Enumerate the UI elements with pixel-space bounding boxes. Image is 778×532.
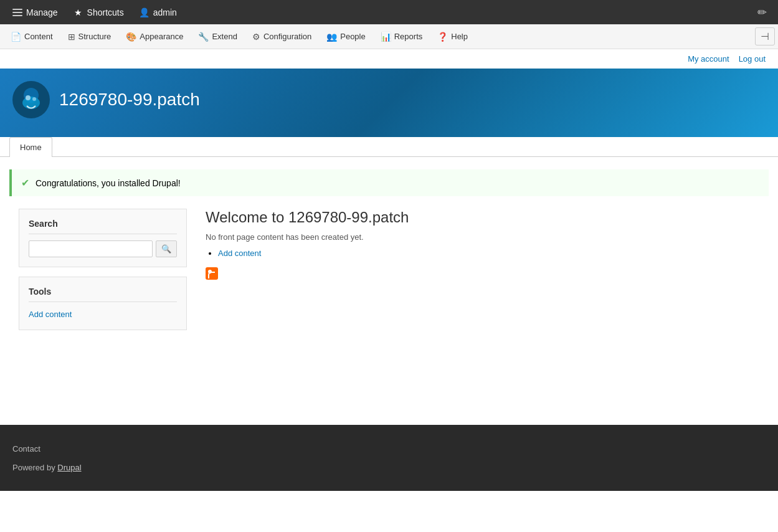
edit-shortcut-button[interactable]: ✏ <box>752 3 772 22</box>
nav-extend[interactable]: 🔧 Extend <box>191 27 244 47</box>
rss-icon[interactable] <box>206 267 218 280</box>
nav-reports[interactable]: 📊 Reports <box>373 27 430 47</box>
footer: Contact Powered by Drupal <box>0 425 778 491</box>
search-icon: 🔍 <box>161 244 171 254</box>
manage-label: Manage <box>26 7 58 17</box>
nav-people-label: People <box>340 32 365 41</box>
drupal-link[interactable]: Drupal <box>57 463 81 472</box>
structure-icon: ⊞ <box>68 32 75 42</box>
shortcuts-label: Shortcuts <box>87 7 124 17</box>
search-input[interactable] <box>29 240 153 257</box>
check-icon: ✔ <box>21 177 29 189</box>
sidebar-add-content-link[interactable]: Add content <box>29 308 177 320</box>
hamburger-icon <box>12 9 22 16</box>
search-button[interactable]: 🔍 <box>156 240 177 257</box>
search-block: Search 🔍 <box>19 209 187 267</box>
success-message: ✔ Congratulations, you installed Drupal! <box>9 169 769 196</box>
list-item: Add content <box>218 248 759 258</box>
nav-people[interactable]: 👥 People <box>319 27 372 47</box>
footer-powered-by: Powered by Drupal <box>12 463 766 472</box>
tools-block-title: Tools <box>29 287 177 302</box>
svg-point-2 <box>26 95 31 100</box>
nav-collapse-button[interactable]: ⊣ <box>755 27 775 45</box>
nav-content-label: Content <box>24 32 53 41</box>
drupal-logo-svg <box>16 84 47 115</box>
configuration-icon: ⚙ <box>252 32 260 42</box>
people-icon: 👥 <box>326 32 337 42</box>
nav-configuration[interactable]: ⚙ Configuration <box>245 27 319 47</box>
nav-help-label: Help <box>451 32 468 41</box>
svg-point-1 <box>22 97 40 109</box>
svg-point-3 <box>32 97 36 101</box>
main-add-content-link[interactable]: Add content <box>218 249 261 258</box>
tab-home[interactable]: Home <box>9 137 52 157</box>
search-form: 🔍 <box>29 240 177 257</box>
help-icon: ❓ <box>437 32 448 42</box>
nav-structure[interactable]: ⊞ Structure <box>60 27 119 47</box>
content-layout: Search 🔍 Tools Add content Welcome to 12… <box>9 209 769 340</box>
nav-configuration-label: Configuration <box>263 32 311 41</box>
tools-block: Tools Add content <box>19 277 187 330</box>
nav-appearance-label: Appearance <box>140 32 183 41</box>
main-subtitle: No front page content has been created y… <box>206 232 759 242</box>
nav-appearance[interactable]: 🎨 Appearance <box>118 27 191 47</box>
star-icon: ★ <box>74 7 83 17</box>
my-account-link[interactable]: My account <box>688 54 729 64</box>
nav-structure-label: Structure <box>78 32 111 41</box>
contact-link[interactable]: Contact <box>12 444 40 454</box>
page-content: ✔ Congratulations, you installed Drupal!… <box>0 157 778 406</box>
page-tabs: Home <box>0 137 778 157</box>
appearance-icon: 🎨 <box>126 32 136 42</box>
nav-reports-label: Reports <box>394 32 423 41</box>
extend-icon: 🔧 <box>198 32 209 42</box>
search-block-title: Search <box>29 219 177 234</box>
success-message-text: Congratulations, you installed Drupal! <box>36 178 181 188</box>
nav-content[interactable]: 📄 Content <box>3 27 60 47</box>
log-out-link[interactable]: Log out <box>739 54 766 64</box>
nav-help[interactable]: ❓ Help <box>430 27 475 47</box>
secondary-nav: 📄 Content ⊞ Structure 🎨 Appearance 🔧 Ext… <box>0 24 778 49</box>
shortcuts-menu-item[interactable]: ★ Shortcuts <box>67 5 130 20</box>
manage-menu-item[interactable]: Manage <box>6 5 64 20</box>
user-icon: 👤 <box>140 7 149 17</box>
site-header: 1269780-99.patch <box>0 69 778 137</box>
site-logo <box>12 81 50 118</box>
main-links-list: Add content <box>206 248 759 258</box>
content-icon: 📄 <box>11 32 21 42</box>
admin-bar: Manage ★ Shortcuts 👤 admin ✏ <box>0 0 778 24</box>
site-title: 1269780-99.patch <box>59 90 200 110</box>
user-label: admin <box>153 7 177 17</box>
user-menu-item[interactable]: 👤 admin <box>133 5 183 20</box>
main-title: Welcome to 1269780-99.patch <box>206 209 759 226</box>
reports-icon: 📊 <box>381 32 391 42</box>
footer-links: Contact <box>12 444 766 454</box>
user-bar: My account Log out <box>0 49 778 69</box>
nav-extend-label: Extend <box>212 32 237 41</box>
sidebar: Search 🔍 Tools Add content <box>9 209 196 340</box>
main-content-area: Welcome to 1269780-99.patch No front pag… <box>196 209 769 340</box>
